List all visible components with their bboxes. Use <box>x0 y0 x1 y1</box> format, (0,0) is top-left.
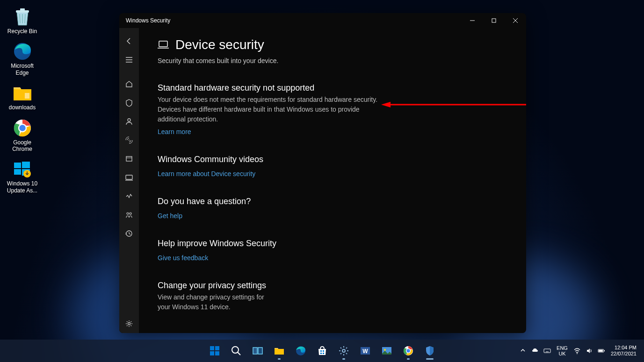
learn-more-device-security-link[interactable]: Learn more about Device security <box>158 170 255 177</box>
svg-rect-21 <box>126 156 132 161</box>
language-top: ENG <box>557 345 568 351</box>
sidebar-item-family[interactable] <box>119 206 139 224</box>
svg-rect-43 <box>323 350 324 352</box>
icon-label: Google Chrome <box>4 139 41 153</box>
svg-rect-9 <box>14 169 21 175</box>
taskbar: W ENG UK 12:04 PM 22/07/2021 <box>0 340 644 362</box>
icon-label: Microsoft Edge <box>4 63 41 76</box>
maximize-button[interactable] <box>483 13 505 28</box>
close-button[interactable] <box>505 13 526 28</box>
page-subtitle: Security that comes built into your devi… <box>158 57 507 64</box>
section-title: Standard hardware security not supported <box>158 83 507 93</box>
sidebar-item-virus[interactable] <box>119 93 139 112</box>
minimize-button[interactable] <box>462 13 483 28</box>
task-view-button[interactable] <box>248 341 267 360</box>
taskbar-right: ENG UK 12:04 PM 22/07/2021 <box>520 345 640 357</box>
laptop-icon <box>158 40 169 50</box>
section-title: Do you have a question? <box>158 197 507 206</box>
sidebar-item-account[interactable] <box>119 112 139 131</box>
section-question: Do you have a question? Get help <box>158 197 507 220</box>
svg-rect-34 <box>215 346 219 350</box>
svg-rect-29 <box>159 41 167 47</box>
desktop-icon-chrome[interactable]: Google Chrome <box>2 116 42 157</box>
clock[interactable]: 12:04 PM 22/07/2021 <box>611 345 640 357</box>
back-button[interactable] <box>119 32 139 50</box>
svg-rect-8 <box>22 162 30 168</box>
svg-rect-13 <box>492 19 496 22</box>
svg-rect-39 <box>253 348 257 354</box>
desktop-icon-downloads[interactable]: downloads <box>2 81 42 115</box>
svg-point-50 <box>384 349 386 351</box>
system-tray-2[interactable] <box>573 347 605 355</box>
language-indicator[interactable]: ENG UK <box>557 345 568 356</box>
svg-point-28 <box>128 323 130 325</box>
svg-text:W: W <box>362 348 368 355</box>
sidebar-item-firewall[interactable] <box>119 131 139 149</box>
keyboard-icon <box>543 347 551 355</box>
sidebar-item-device-performance[interactable] <box>119 187 139 206</box>
taskbar-item-settings[interactable] <box>334 341 353 360</box>
svg-rect-7 <box>14 163 21 168</box>
edge-icon <box>13 42 32 61</box>
section-body: View and change privacy settings for you… <box>158 292 270 312</box>
windows-security-window: Windows Security Device security <box>119 13 526 333</box>
svg-rect-1 <box>20 8 25 11</box>
tray-overflow-icon[interactable] <box>520 348 526 355</box>
page-title: Device security <box>175 37 264 52</box>
section-privacy: Change your privacy settings View and ch… <box>158 281 507 312</box>
taskbar-item-chrome[interactable] <box>399 341 418 360</box>
section-body: Your device does not meet the requiremen… <box>158 95 382 124</box>
section-feedback: Help improve Windows Security Give us fe… <box>158 239 507 262</box>
taskbar-item-store[interactable] <box>313 341 332 360</box>
system-tray[interactable] <box>531 347 551 355</box>
give-feedback-link[interactable]: Give us feedback <box>158 254 208 262</box>
battery-icon <box>598 347 605 355</box>
svg-line-38 <box>238 352 240 355</box>
svg-rect-62 <box>599 350 603 352</box>
learn-more-link[interactable]: Learn more <box>158 128 191 135</box>
taskbar-item-explorer[interactable] <box>270 341 289 360</box>
sidebar-item-device-security[interactable] <box>119 168 139 187</box>
svg-point-37 <box>232 347 239 353</box>
sidebar-item-app-browser[interactable] <box>119 149 139 168</box>
desktop-icon-edge[interactable]: Microsoft Edge <box>2 39 42 81</box>
svg-rect-54 <box>544 349 550 353</box>
wifi-icon <box>573 347 581 355</box>
volume-icon <box>586 347 593 355</box>
taskbar-item-word[interactable]: W <box>356 341 375 360</box>
search-button[interactable] <box>227 341 246 360</box>
svg-rect-42 <box>320 350 322 352</box>
titlebar[interactable]: Windows Security <box>119 13 526 28</box>
window-title: Windows Security <box>126 17 170 24</box>
hamburger-menu[interactable] <box>119 50 139 69</box>
svg-point-59 <box>577 353 578 354</box>
sidebar-item-protection-history[interactable] <box>119 224 139 243</box>
desktop-icons: Recycle Bin Microsoft Edge downloads Goo… <box>2 5 42 199</box>
svg-rect-35 <box>210 351 214 355</box>
svg-rect-45 <box>323 353 324 354</box>
page-header: Device security <box>158 37 507 52</box>
chrome-icon <box>13 118 32 138</box>
sidebar-item-settings[interactable] <box>119 314 139 333</box>
svg-rect-61 <box>604 350 605 351</box>
section-hardware: Standard hardware security not supported… <box>158 83 507 136</box>
windows-update-icon <box>13 159 32 179</box>
sidebar <box>119 28 139 333</box>
taskbar-item-security[interactable] <box>420 341 439 360</box>
svg-rect-33 <box>210 346 214 350</box>
section-videos: Windows Community videos Learn more abou… <box>158 155 507 178</box>
desktop-icon-recycle-bin[interactable]: Recycle Bin <box>2 5 42 39</box>
svg-point-46 <box>342 349 345 352</box>
section-title: Change your privacy settings <box>158 281 507 291</box>
content-area: Device security Security that comes buil… <box>139 28 526 333</box>
svg-rect-23 <box>126 175 132 179</box>
section-title: Help improve Windows Security <box>158 239 507 248</box>
desktop-icon-win-update[interactable]: Windows 10 Update As... <box>2 157 42 199</box>
sidebar-item-home[interactable] <box>119 75 139 93</box>
taskbar-item-photos[interactable] <box>377 341 396 360</box>
taskbar-item-edge[interactable] <box>291 341 310 360</box>
icon-label: downloads <box>9 104 36 111</box>
start-button[interactable] <box>205 341 224 360</box>
get-help-link[interactable]: Get help <box>158 212 182 220</box>
taskbar-center: W <box>205 341 439 360</box>
